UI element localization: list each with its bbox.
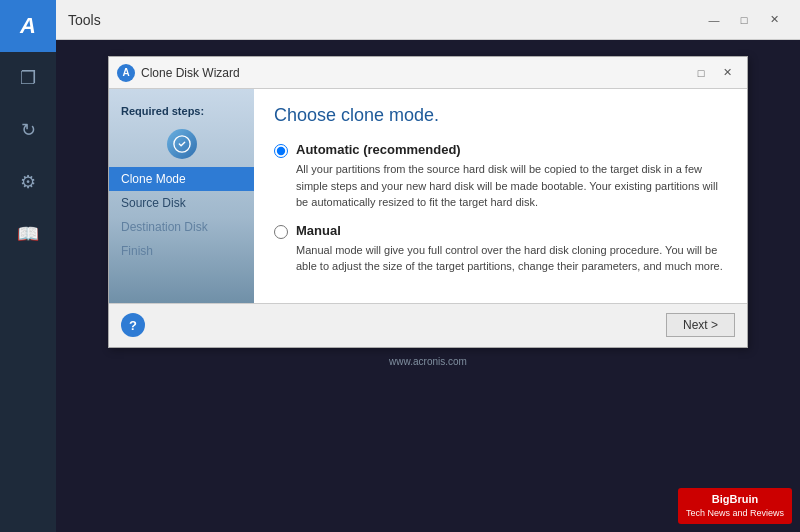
minimize-button[interactable]: — — [700, 8, 728, 32]
main-window: Tools — □ ✕ A Clone Disk Wizard □ ✕ Requ… — [56, 0, 800, 532]
wizard-content: Choose clone mode. Automatic (recommende… — [254, 89, 747, 303]
dialog-title: Clone Disk Wizard — [141, 66, 683, 80]
content-area: A Clone Disk Wizard □ ✕ Required steps: — [56, 40, 800, 532]
help-button[interactable]: ? — [121, 313, 145, 337]
book-icon[interactable]: 📖 — [0, 208, 56, 260]
dialog-titlebar: A Clone Disk Wizard □ ✕ — [109, 57, 747, 89]
outer-titlebar: Tools — □ ✕ — [56, 0, 800, 40]
manual-content: Manual Manual mode will give you full co… — [296, 223, 727, 275]
manual-desc: Manual mode will give you full control o… — [296, 242, 727, 275]
manual-option: Manual Manual mode will give you full co… — [274, 223, 727, 275]
app-logo: A — [0, 0, 56, 52]
refresh-icon[interactable]: ↻ — [0, 104, 56, 156]
steps-header: Required steps: — [109, 101, 254, 125]
watermark: www.acronis.com — [72, 348, 784, 375]
automatic-title: Automatic (recommended) — [296, 142, 727, 157]
maximize-button[interactable]: □ — [730, 8, 758, 32]
steps-panel: Required steps: Clone Mode Source Disk D… — [109, 89, 254, 303]
dialog-minimize-button[interactable]: □ — [689, 63, 713, 83]
wizard-title: Choose clone mode. — [274, 105, 727, 126]
close-button[interactable]: ✕ — [760, 8, 788, 32]
step-source-disk[interactable]: Source Disk — [109, 191, 254, 215]
clone-disk-dialog: A Clone Disk Wizard □ ✕ Required steps: — [108, 56, 748, 348]
step-destination-disk: Destination Disk — [109, 215, 254, 239]
dialog-close-button[interactable]: ✕ — [715, 63, 739, 83]
manual-radio[interactable] — [274, 225, 288, 239]
dialog-icon: A — [117, 64, 135, 82]
copy-icon[interactable]: ❐ — [0, 52, 56, 104]
dialog-controls: □ ✕ — [689, 63, 739, 83]
bigbruin-badge: BigBruin Tech News and Reviews — [678, 488, 792, 524]
bigbruin-sub: Tech News and Reviews — [686, 507, 784, 520]
next-button[interactable]: Next > — [666, 313, 735, 337]
users-icon[interactable]: ⚙ — [0, 156, 56, 208]
manual-title: Manual — [296, 223, 727, 238]
bigbruin-name: BigBruin — [712, 493, 758, 505]
automatic-content: Automatic (recommended) All your partiti… — [296, 142, 727, 211]
wizard-icon — [167, 129, 197, 159]
dialog-body: Required steps: Clone Mode Source Disk D… — [109, 89, 747, 303]
step-clone-mode[interactable]: Clone Mode — [109, 167, 254, 191]
automatic-desc: All your partitions from the source hard… — [296, 161, 727, 211]
dialog-footer: ? Next > — [109, 303, 747, 347]
outer-title: Tools — [68, 12, 700, 28]
window-controls: — □ ✕ — [700, 8, 788, 32]
step-finish: Finish — [109, 239, 254, 263]
automatic-option: Automatic (recommended) All your partiti… — [274, 142, 727, 211]
automatic-radio[interactable] — [274, 144, 288, 158]
sidebar: A ❐ ↻ ⚙ 📖 — [0, 0, 56, 532]
